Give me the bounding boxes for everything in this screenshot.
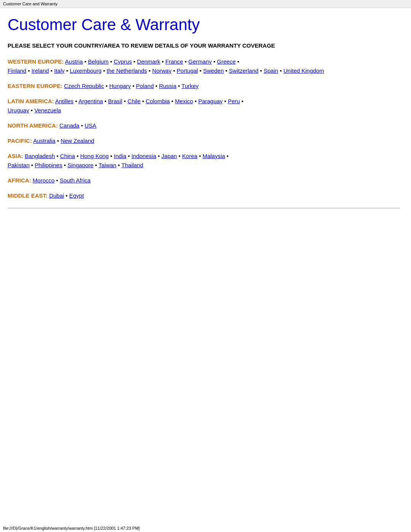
country-link-greece[interactable]: Greece [217, 58, 236, 65]
country-link-australia[interactable]: Australia [33, 137, 55, 144]
country-link-argentina[interactable]: Argentina [78, 98, 103, 104]
country-link-poland[interactable]: Poland [136, 83, 154, 89]
country-link-finland[interactable]: Finland [8, 67, 26, 74]
region-block-asia: ASIA: Bangladesh • China • Hong Kong • I… [8, 152, 400, 170]
country-link-morocco[interactable]: Morocco [33, 177, 55, 184]
region-block-africa: AFRICA: Morocco • South Africa [8, 176, 400, 185]
country-link-usa[interactable]: USA [84, 122, 96, 129]
country-link-egypt[interactable]: Egypt [69, 192, 84, 199]
country-link-the-netherlands[interactable]: the Netherlands [107, 67, 147, 74]
country-link-dubai[interactable]: Dubai [49, 192, 64, 199]
country-link-south-africa[interactable]: South Africa [60, 177, 91, 184]
country-link-brasil[interactable]: Brasil [108, 98, 123, 104]
country-link-korea[interactable]: Korea [182, 153, 198, 159]
region-label-eastern-europe: EASTERN EUROPE: [8, 83, 62, 89]
country-link-singapore[interactable]: Singapore [67, 162, 93, 168]
region-label-latin-america: LATIN AMERICA: [8, 98, 54, 104]
region-block-western-europe: WESTERN EUROPE: Austria • Belgium • Cypr… [8, 57, 400, 75]
region-block-middle-east: MIDDLE EAST: Dubai • Egypt [8, 191, 400, 200]
country-link-united-kingdom[interactable]: United Kingdom [284, 67, 324, 74]
country-link-france[interactable]: France [166, 58, 183, 65]
region-block-latin-america: LATIN AMERICA: Antilles • Argentina • Br… [8, 97, 400, 115]
country-link-ireland[interactable]: Ireland [32, 67, 49, 74]
regions-container: WESTERN EUROPE: Austria • Belgium • Cypr… [8, 57, 400, 200]
browser-tab: Customer Care and Warranty [0, 0, 411, 8]
country-link-pakistan[interactable]: Pakistan [8, 162, 30, 168]
country-link-canada[interactable]: Canada [59, 122, 80, 129]
country-link-cyprus[interactable]: Cyprus [114, 58, 132, 65]
region-block-pacific: PACIFIC: Australia • New Zealand [8, 136, 400, 145]
region-label-middle-east: MIDDLE EAST: [8, 192, 48, 199]
region-label-asia: ASIA: [8, 153, 23, 159]
country-link-switzerland[interactable]: Switzerland [229, 67, 259, 74]
country-link-norway[interactable]: Norway [152, 67, 172, 74]
country-link-antilles[interactable]: Antilles [55, 98, 73, 104]
country-link-russia[interactable]: Russia [159, 83, 177, 89]
page-title: Customer Care & Warranty [8, 16, 400, 34]
country-link-colombia[interactable]: Colombia [146, 98, 170, 104]
region-label-western-europe: WESTERN EUROPE: [8, 58, 64, 65]
country-link-sweden[interactable]: Sweden [203, 67, 224, 74]
country-link-new-zealand[interactable]: New Zealand [61, 137, 94, 144]
country-link-hong-kong[interactable]: Hong Kong [80, 153, 109, 159]
country-link-austria[interactable]: Austria [65, 58, 83, 65]
country-link-bangladesh[interactable]: Bangladesh [25, 153, 55, 159]
region-label-pacific: PACIFIC: [8, 137, 32, 144]
country-link-philippines[interactable]: Philippines [35, 162, 62, 168]
country-link-denmark[interactable]: Denmark [137, 58, 160, 65]
country-link-turkey[interactable]: Turkey [182, 83, 199, 89]
country-link-belgium[interactable]: Belgium [88, 58, 108, 65]
region-label-north-america: NORTH AMERICA: [8, 122, 58, 129]
country-link-indonesia[interactable]: Indonesia [131, 153, 156, 159]
page-subtitle: PLEASE SELECT YOUR COUNTRY/AREA TO REVIE… [8, 42, 400, 50]
country-link-india[interactable]: India [114, 153, 126, 159]
country-link-peru[interactable]: Peru [228, 98, 240, 104]
country-link-malaysia[interactable]: Malaysia [202, 153, 225, 159]
section-divider [8, 208, 400, 208]
country-link-venezuela[interactable]: Venezuela [34, 107, 61, 113]
main-content: Customer Care & Warranty PLEASE SELECT Y… [0, 8, 411, 231]
country-link-chile[interactable]: Chile [127, 98, 140, 104]
country-link-italy[interactable]: Italy [54, 67, 65, 74]
country-link-germany[interactable]: Germany [188, 58, 212, 65]
browser-footer: file:///D|/Grace/K1/english/warranty/war… [0, 524, 411, 532]
region-block-eastern-europe: EASTERN EUROPE: Czech Republic • Hungary… [8, 81, 400, 91]
country-link-mexico[interactable]: Mexico [175, 98, 193, 104]
country-link-hungary[interactable]: Hungary [109, 83, 131, 89]
country-link-japan[interactable]: Japan [161, 153, 177, 159]
country-link-taiwan[interactable]: Taiwan [99, 162, 116, 168]
country-link-china[interactable]: China [60, 153, 75, 159]
country-link-portugal[interactable]: Portugal [177, 67, 198, 74]
country-link-luxembourg[interactable]: Luxembourg [70, 67, 101, 74]
country-link-czech-republic[interactable]: Czech Republic [64, 83, 104, 89]
region-block-north-america: NORTH AMERICA: Canada • USA [8, 121, 400, 130]
country-link-spain[interactable]: Spain [264, 67, 278, 74]
country-link-thailand[interactable]: Thailand [121, 162, 143, 168]
country-link-paraguay[interactable]: Paraguay [198, 98, 223, 104]
region-label-africa: AFRICA: [8, 177, 31, 184]
country-link-uruguay[interactable]: Uruguay [8, 107, 29, 113]
